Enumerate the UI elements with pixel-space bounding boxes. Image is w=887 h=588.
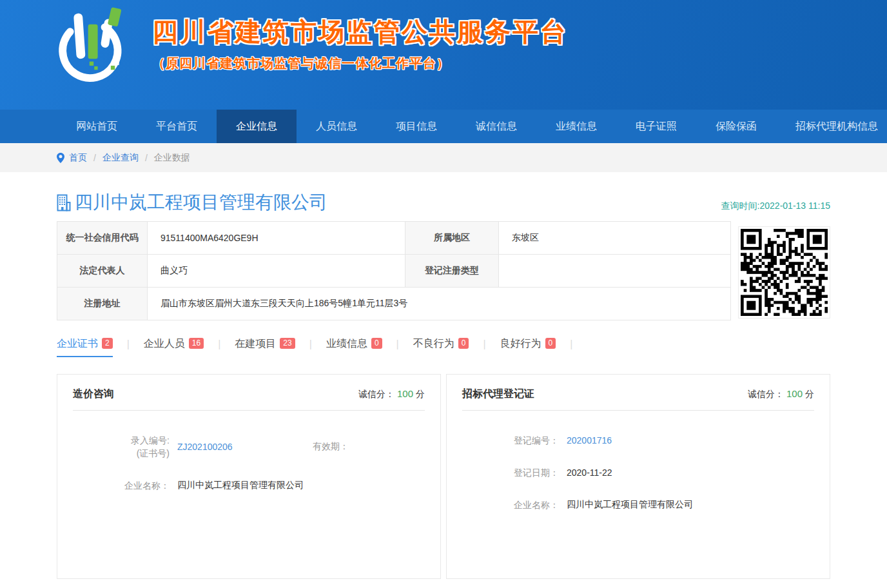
credit-score: 诚信分：100分 [748,388,814,400]
card-title: 造价咨询 [73,387,114,401]
breadcrumb-separator: / [145,153,148,163]
nav-item-enterprise-info[interactable]: 企业信息 [217,110,297,143]
nav-item-personnel-info[interactable]: 人员信息 [297,110,376,143]
tab-separator: | [483,338,485,357]
registered-address-value: 眉山市东坡区眉州大道东三段天天向上186号5幢1单元11层3号 [148,288,731,320]
tab-label: 企业证书 [57,338,98,349]
company-name-label: 企业名称： [462,498,559,511]
site-subtitle: （原四川省建筑市场监管与诚信一体化工作平台） [152,55,568,72]
tab-separator: | [396,338,399,357]
tab-enterprise-personnel[interactable]: 企业人员16 [144,337,204,357]
company-name-label: 企业名称： [73,479,170,492]
company-info-table: 统一社会信用代码 91511400MA6420GE9H 所属地区 东坡区 法定代… [57,221,731,320]
tab-projects-under-construction[interactable]: 在建项目23 [235,337,295,357]
legal-representative-label: 法定代表人 [57,255,148,288]
entry-number-label: 录入编号: (证书号) [73,434,170,460]
query-time: 查询时间:2022-01-13 11:15 [721,201,830,215]
card-title: 招标代理登记证 [462,387,534,401]
credit-code-label: 统一社会信用代码 [57,222,148,255]
score-value: 100 [397,388,413,399]
tab-bad-behavior[interactable]: 不良行为0 [413,337,469,357]
tab-separator: | [570,338,572,357]
tab-count-badge: 23 [280,338,295,349]
tab-separator: | [127,338,130,357]
nav-item-insurance[interactable]: 保险保函 [696,110,776,143]
tab-separator: | [218,338,220,357]
breadcrumb-enterprise-query-link[interactable]: 企业查询 [102,152,139,164]
table-row: 注册地址 眉山市东坡区眉州大道东三段天天向上186号5幢1单元11层3号 [57,288,731,320]
score-unit: 分 [805,389,814,399]
company-name-value: 四川中岚工程项目管理有限公司 [177,480,304,491]
header-banner: 四川省建筑市场监管公共服务平台 （原四川省建筑市场监管与诚信一体化工作平台） [0,0,887,110]
score-label: 诚信分： [748,389,784,399]
tab-label: 业绩信息 [326,338,367,349]
nav-item-e-certificate[interactable]: 电子证照 [616,110,696,143]
registration-type-value [499,255,731,288]
nav-item-credit-info[interactable]: 诚信信息 [456,110,536,143]
registration-number-link[interactable]: 202001716 [567,435,612,446]
tab-performance-info[interactable]: 业绩信息0 [326,337,382,357]
nav-item-home[interactable]: 网站首页 [57,110,137,143]
breadcrumb-current: 企业数据 [154,152,190,164]
breadcrumb-bar: 首页 / 企业查询 / 企业数据 [0,143,887,172]
breadcrumb: 首页 / 企业查询 / 企业数据 [57,143,830,172]
registration-date-value: 2020-11-22 [567,467,612,478]
table-row: 统一社会信用代码 91511400MA6420GE9H 所属地区 东坡区 [57,222,731,255]
credit-code-value: 91511400MA6420GE9H [148,222,405,255]
validity-label: 有效期： [313,441,349,453]
company-name-value: 四川中岚工程项目管理有限公司 [567,499,693,511]
tab-count-badge: 0 [458,338,469,349]
tab-separator: | [309,338,312,357]
nav-item-performance-info[interactable]: 业绩信息 [536,110,616,143]
cost-consulting-card: 造价咨询 诚信分：100分 录入编号: (证书号) ZJ202100206 有效… [57,374,441,579]
tab-enterprise-certificates[interactable]: 企业证书2 [57,337,113,357]
nav-item-project-info[interactable]: 项目信息 [376,110,456,143]
tab-label: 企业人员 [144,338,185,349]
tab-good-behavior[interactable]: 良好行为0 [500,337,556,357]
logo-swirl-icon [57,5,126,88]
registered-address-label: 注册地址 [57,288,148,320]
breadcrumb-separator: / [93,153,96,163]
breadcrumb-home-link[interactable]: 首页 [69,152,87,164]
main-nav: 网站首页 平台首页 企业信息 人员信息 项目信息 诚信信息 业绩信息 电子证照 … [0,110,887,143]
certificate-number-link[interactable]: ZJ202100206 [177,442,287,452]
building-icon [57,194,71,211]
tab-count-badge: 16 [189,338,204,349]
tab-count-badge: 0 [545,338,556,349]
score-value: 100 [786,388,803,399]
score-label: 诚信分： [358,389,395,399]
legal-representative-value: 曲义巧 [148,255,405,288]
location-pin-icon [57,153,64,163]
site-logo [57,5,128,89]
registration-number-label: 登记编号： [462,434,559,447]
registration-date-label: 登记日期： [462,466,559,479]
tab-label: 良好行为 [500,338,541,349]
site-title: 四川省建筑市场监管公共服务平台 [152,14,568,50]
bidding-agency-certificate-card: 招标代理登记证 诚信分：100分 登记编号： 202001716 登记日期： 2… [446,374,830,579]
qr-code-box [738,226,830,318]
credit-score: 诚信分：100分 [358,388,425,400]
nav-item-bidding-agency[interactable]: 招标代理机构信息 [776,110,887,143]
region-value: 东坡区 [499,222,731,255]
region-label: 所属地区 [405,222,499,255]
score-unit: 分 [416,389,425,399]
company-name-text: 四川中岚工程项目管理有限公司 [75,190,327,215]
nav-item-platform-home[interactable]: 平台首页 [137,110,217,143]
registration-type-label: 登记注册类型 [405,255,499,288]
qr-code [741,229,828,316]
table-row: 法定代表人 曲义巧 登记注册类型 [57,255,731,288]
company-name-heading: 四川中岚工程项目管理有限公司 [57,190,327,215]
tab-count-badge: 2 [102,338,113,349]
tab-label: 不良行为 [413,338,454,349]
tab-label: 在建项目 [235,338,276,349]
detail-tabs: 企业证书2 | 企业人员16 | 在建项目23 | 业绩信息0 | 不良行为0 … [57,337,830,357]
tab-count-badge: 0 [371,338,382,349]
